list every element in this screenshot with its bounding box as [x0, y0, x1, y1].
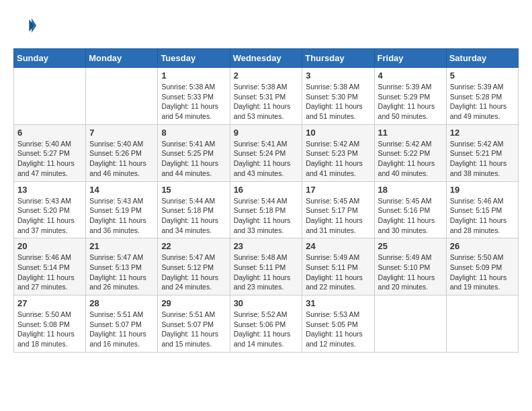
- day-info: Sunrise: 5:52 AM Sunset: 5:06 PM Dayligh…: [234, 310, 299, 349]
- logo: [13, 13, 42, 38]
- day-number: 7: [89, 128, 154, 138]
- day-number: 18: [378, 185, 443, 195]
- calendar-cell: [446, 295, 518, 353]
- day-info: Sunrise: 5:38 AM Sunset: 5:31 PM Dayligh…: [234, 82, 299, 122]
- calendar-cell: 3Sunrise: 5:38 AM Sunset: 5:30 PM Daylig…: [302, 68, 374, 125]
- calendar-cell: 4Sunrise: 5:39 AM Sunset: 5:29 PM Daylig…: [374, 68, 446, 125]
- day-number: 13: [17, 185, 82, 195]
- weekday-header-friday: Friday: [374, 49, 446, 68]
- day-info: Sunrise: 5:48 AM Sunset: 5:11 PM Dayligh…: [234, 253, 299, 292]
- day-info: Sunrise: 5:49 AM Sunset: 5:10 PM Dayligh…: [378, 253, 443, 292]
- calendar-cell: [374, 295, 446, 353]
- day-number: 10: [306, 128, 370, 138]
- calendar-cell: 8Sunrise: 5:41 AM Sunset: 5:25 PM Daylig…: [158, 124, 230, 181]
- weekday-header-saturday: Saturday: [446, 49, 518, 68]
- calendar-cell: 20Sunrise: 5:46 AM Sunset: 5:14 PM Dayli…: [14, 238, 86, 295]
- calendar-cell: 12Sunrise: 5:42 AM Sunset: 5:21 PM Dayli…: [446, 124, 518, 181]
- day-number: 4: [378, 71, 443, 81]
- calendar-cell: 30Sunrise: 5:52 AM Sunset: 5:06 PM Dayli…: [230, 295, 302, 353]
- calendar-cell: 13Sunrise: 5:43 AM Sunset: 5:20 PM Dayli…: [14, 181, 86, 238]
- calendar-cell: 27Sunrise: 5:50 AM Sunset: 5:08 PM Dayli…: [14, 295, 86, 353]
- calendar-cell: 17Sunrise: 5:45 AM Sunset: 5:17 PM Dayli…: [302, 181, 374, 238]
- calendar-cell: 14Sunrise: 5:43 AM Sunset: 5:19 PM Dayli…: [86, 181, 158, 238]
- day-number: 14: [89, 185, 154, 195]
- day-info: Sunrise: 5:44 AM Sunset: 5:18 PM Dayligh…: [234, 196, 299, 236]
- calendar-cell: 22Sunrise: 5:47 AM Sunset: 5:12 PM Dayli…: [158, 238, 230, 295]
- calendar-cell: 5Sunrise: 5:39 AM Sunset: 5:28 PM Daylig…: [446, 68, 518, 125]
- calendar-cell: 25Sunrise: 5:49 AM Sunset: 5:10 PM Dayli…: [374, 238, 446, 295]
- day-info: Sunrise: 5:43 AM Sunset: 5:20 PM Dayligh…: [17, 196, 82, 236]
- day-info: Sunrise: 5:39 AM Sunset: 5:28 PM Dayligh…: [450, 82, 515, 122]
- day-number: 8: [161, 128, 226, 138]
- day-info: Sunrise: 5:44 AM Sunset: 5:18 PM Dayligh…: [161, 196, 226, 236]
- day-info: Sunrise: 5:46 AM Sunset: 5:15 PM Dayligh…: [450, 196, 515, 236]
- day-info: Sunrise: 5:50 AM Sunset: 5:09 PM Dayligh…: [450, 253, 515, 292]
- page-header: [13, 13, 519, 38]
- calendar-cell: 31Sunrise: 5:53 AM Sunset: 5:05 PM Dayli…: [302, 295, 374, 353]
- day-number: 28: [89, 298, 154, 308]
- calendar-header-row: SundayMondayTuesdayWednesdayThursdayFrid…: [14, 49, 519, 68]
- day-info: Sunrise: 5:42 AM Sunset: 5:22 PM Dayligh…: [378, 139, 443, 179]
- calendar-week-row: 13Sunrise: 5:43 AM Sunset: 5:20 PM Dayli…: [14, 181, 519, 238]
- day-info: Sunrise: 5:45 AM Sunset: 5:16 PM Dayligh…: [378, 196, 443, 236]
- weekday-header-thursday: Thursday: [302, 49, 374, 68]
- day-info: Sunrise: 5:47 AM Sunset: 5:12 PM Dayligh…: [161, 253, 226, 292]
- day-info: Sunrise: 5:53 AM Sunset: 5:05 PM Dayligh…: [306, 310, 370, 349]
- day-number: 31: [306, 298, 370, 308]
- day-number: 5: [450, 71, 515, 81]
- calendar-cell: 6Sunrise: 5:40 AM Sunset: 5:27 PM Daylig…: [14, 124, 86, 181]
- calendar-cell: 24Sunrise: 5:49 AM Sunset: 5:11 PM Dayli…: [302, 238, 374, 295]
- calendar-cell: 15Sunrise: 5:44 AM Sunset: 5:18 PM Dayli…: [158, 181, 230, 238]
- day-number: 21: [89, 241, 154, 251]
- calendar-cell: 29Sunrise: 5:51 AM Sunset: 5:07 PM Dayli…: [158, 295, 230, 353]
- day-number: 17: [306, 185, 370, 195]
- calendar-cell: [86, 68, 158, 125]
- day-info: Sunrise: 5:43 AM Sunset: 5:19 PM Dayligh…: [89, 196, 154, 236]
- calendar-cell: [14, 68, 86, 125]
- weekday-header-wednesday: Wednesday: [230, 49, 302, 68]
- calendar-cell: 16Sunrise: 5:44 AM Sunset: 5:18 PM Dayli…: [230, 181, 302, 238]
- day-info: Sunrise: 5:40 AM Sunset: 5:27 PM Dayligh…: [17, 139, 82, 179]
- day-number: 1: [161, 71, 226, 81]
- day-number: 30: [234, 298, 299, 308]
- calendar-cell: 11Sunrise: 5:42 AM Sunset: 5:22 PM Dayli…: [374, 124, 446, 181]
- calendar-cell: 19Sunrise: 5:46 AM Sunset: 5:15 PM Dayli…: [446, 181, 518, 238]
- day-info: Sunrise: 5:45 AM Sunset: 5:17 PM Dayligh…: [306, 196, 370, 236]
- calendar-cell: 26Sunrise: 5:50 AM Sunset: 5:09 PM Dayli…: [446, 238, 518, 295]
- day-number: 9: [234, 128, 299, 138]
- day-info: Sunrise: 5:51 AM Sunset: 5:07 PM Dayligh…: [89, 310, 154, 349]
- calendar-cell: 21Sunrise: 5:47 AM Sunset: 5:13 PM Dayli…: [86, 238, 158, 295]
- day-info: Sunrise: 5:38 AM Sunset: 5:33 PM Dayligh…: [161, 82, 226, 122]
- day-info: Sunrise: 5:47 AM Sunset: 5:13 PM Dayligh…: [89, 253, 154, 292]
- calendar-cell: 23Sunrise: 5:48 AM Sunset: 5:11 PM Dayli…: [230, 238, 302, 295]
- calendar-week-row: 20Sunrise: 5:46 AM Sunset: 5:14 PM Dayli…: [14, 238, 519, 295]
- day-number: 11: [378, 128, 443, 138]
- day-number: 20: [17, 241, 82, 251]
- day-number: 15: [161, 185, 226, 195]
- day-number: 6: [17, 128, 82, 138]
- day-info: Sunrise: 5:49 AM Sunset: 5:11 PM Dayligh…: [306, 253, 370, 292]
- calendar-week-row: 1Sunrise: 5:38 AM Sunset: 5:33 PM Daylig…: [14, 68, 519, 125]
- weekday-header-monday: Monday: [86, 49, 158, 68]
- calendar-table: SundayMondayTuesdayWednesdayThursdayFrid…: [13, 48, 519, 353]
- weekday-header-tuesday: Tuesday: [158, 49, 230, 68]
- logo-icon: [13, 13, 38, 38]
- day-info: Sunrise: 5:51 AM Sunset: 5:07 PM Dayligh…: [161, 310, 226, 349]
- day-number: 2: [234, 71, 299, 81]
- day-info: Sunrise: 5:41 AM Sunset: 5:25 PM Dayligh…: [161, 139, 226, 179]
- day-number: 16: [234, 185, 299, 195]
- day-info: Sunrise: 5:50 AM Sunset: 5:08 PM Dayligh…: [17, 310, 82, 349]
- day-info: Sunrise: 5:39 AM Sunset: 5:29 PM Dayligh…: [378, 82, 443, 122]
- day-number: 19: [450, 185, 515, 195]
- day-number: 22: [161, 241, 226, 251]
- day-number: 24: [306, 241, 370, 251]
- calendar-cell: 9Sunrise: 5:41 AM Sunset: 5:24 PM Daylig…: [230, 124, 302, 181]
- day-number: 3: [306, 71, 370, 81]
- calendar-cell: 28Sunrise: 5:51 AM Sunset: 5:07 PM Dayli…: [86, 295, 158, 353]
- calendar-cell: 18Sunrise: 5:45 AM Sunset: 5:16 PM Dayli…: [374, 181, 446, 238]
- calendar-week-row: 6Sunrise: 5:40 AM Sunset: 5:27 PM Daylig…: [14, 124, 519, 181]
- day-info: Sunrise: 5:46 AM Sunset: 5:14 PM Dayligh…: [17, 253, 82, 292]
- calendar-cell: 1Sunrise: 5:38 AM Sunset: 5:33 PM Daylig…: [158, 68, 230, 125]
- day-info: Sunrise: 5:40 AM Sunset: 5:26 PM Dayligh…: [89, 139, 154, 179]
- day-number: 23: [234, 241, 299, 251]
